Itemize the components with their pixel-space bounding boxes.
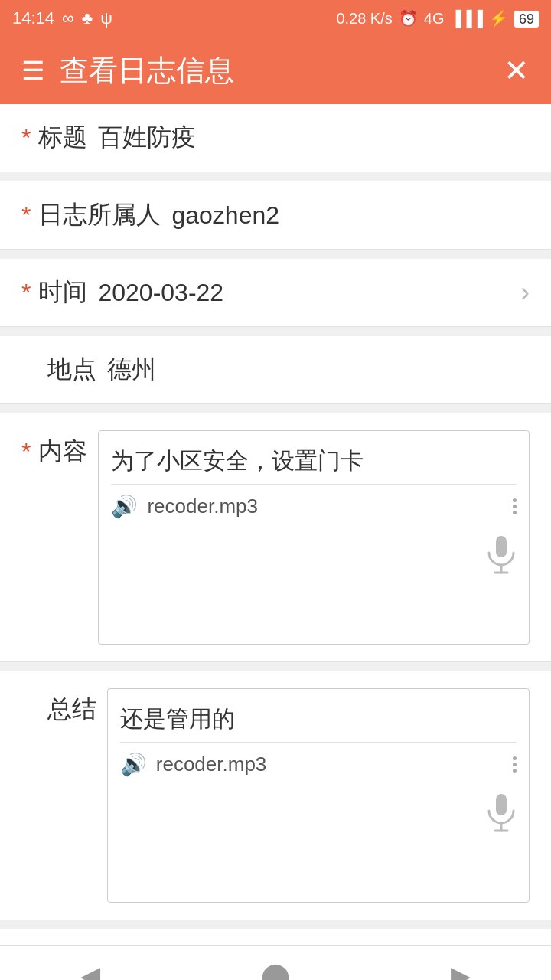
content-text: 为了小区安全，设置门卡: [111, 443, 517, 478]
summary-audio-filename: recoder.mp3: [156, 753, 513, 776]
time-arrow-icon: ›: [520, 276, 530, 309]
content-audio-more-button[interactable]: [513, 498, 517, 514]
nav-back[interactable]: ◀: [80, 960, 100, 981]
content-audio-row: 🔊 recoder.mp3: [111, 484, 517, 522]
time-row[interactable]: * 时间 2020-03-22 ›: [0, 259, 551, 327]
mic-icon-summary[interactable]: [486, 792, 517, 841]
menu-icon[interactable]: ☰: [21, 55, 44, 86]
bottom-nav: ◀ ⬤ ▶: [0, 945, 551, 980]
status-charge-icon: ⚡: [489, 9, 508, 28]
title-row: * 标题 百姓防疫: [0, 104, 551, 172]
location-label: 地点: [21, 353, 96, 387]
status-clock-icon: ⏰: [399, 9, 418, 28]
page-title: 查看日志信息: [60, 51, 234, 90]
status-time: 14:14: [12, 8, 54, 28]
header: ☰ 查看日志信息 ✕: [0, 37, 551, 104]
content-textarea[interactable]: 为了小区安全，设置门卡 🔊 recoder.mp3: [98, 430, 530, 645]
required-star-content: *: [21, 438, 31, 466]
time-label: * 时间: [21, 276, 87, 309]
back-icon: ◀: [80, 960, 100, 981]
nav-home[interactable]: ⬤: [261, 960, 290, 981]
nav-forward[interactable]: ▶: [451, 960, 471, 981]
content-audio-filename: recoder.mp3: [147, 495, 513, 518]
summary-audio-more-button[interactable]: [513, 756, 517, 773]
status-signal-bars: ▐▐▐: [450, 10, 483, 28]
summary-text: 还是管用的: [120, 701, 517, 736]
close-button[interactable]: ✕: [504, 53, 530, 88]
summary-audio-icon: 🔊: [120, 752, 147, 777]
separator-2: [0, 250, 551, 259]
status-battery: 69: [514, 10, 539, 28]
status-user-icon: ♣: [82, 8, 93, 28]
header-left: ☰ 查看日志信息: [21, 51, 234, 90]
status-network: ∞: [62, 8, 74, 28]
location-value: 德州: [107, 353, 530, 387]
separator-1: [0, 172, 551, 181]
content-area: * 标题 百姓防疫 * 日志所属人 gaozhen2 * 时间 2020-03-…: [0, 104, 551, 945]
separator-5: [0, 662, 551, 671]
status-left: 14:14 ∞ ♣ ψ: [12, 8, 112, 28]
title-label: * 标题: [21, 121, 87, 155]
separator-4: [0, 404, 551, 413]
mic-icon-content[interactable]: [486, 534, 517, 583]
content-audio-icon: 🔊: [111, 494, 138, 519]
location-row: 地点 德州: [0, 336, 551, 404]
status-signal: 4G: [424, 10, 445, 28]
summary-row: 总结 还是管用的 🔊 recoder.mp3: [0, 671, 551, 920]
title-value: 百姓防疫: [98, 121, 530, 155]
bottom-padding: [0, 929, 551, 945]
required-star-time: *: [21, 279, 31, 307]
svg-rect-3: [496, 794, 507, 815]
status-usb-icon: ψ: [100, 8, 112, 28]
time-value: 2020-03-22: [98, 279, 520, 307]
svg-rect-0: [496, 536, 507, 557]
owner-value: gaozhen2: [171, 201, 530, 230]
separator-3: [0, 327, 551, 336]
status-speed: 0.28 K/s: [336, 10, 392, 28]
summary-textarea[interactable]: 还是管用的 🔊 recoder.mp3: [107, 688, 530, 903]
content-row: * 内容 为了小区安全，设置门卡 🔊 recoder.mp3: [0, 413, 551, 662]
owner-label: * 日志所属人: [21, 198, 161, 232]
summary-audio-row: 🔊 recoder.mp3: [120, 742, 517, 780]
summary-label: 总结: [21, 688, 96, 727]
status-bar: 14:14 ∞ ♣ ψ 0.28 K/s ⏰ 4G ▐▐▐ ⚡ 69: [0, 0, 551, 37]
required-star-owner: *: [21, 201, 31, 230]
content-label: * 内容: [21, 430, 87, 469]
forward-icon: ▶: [451, 960, 471, 981]
separator-6: [0, 920, 551, 929]
status-right: 0.28 K/s ⏰ 4G ▐▐▐ ⚡ 69: [336, 9, 539, 28]
owner-row: * 日志所属人 gaozhen2: [0, 181, 551, 250]
home-icon: ⬤: [261, 960, 290, 981]
required-star-title: *: [21, 124, 31, 152]
